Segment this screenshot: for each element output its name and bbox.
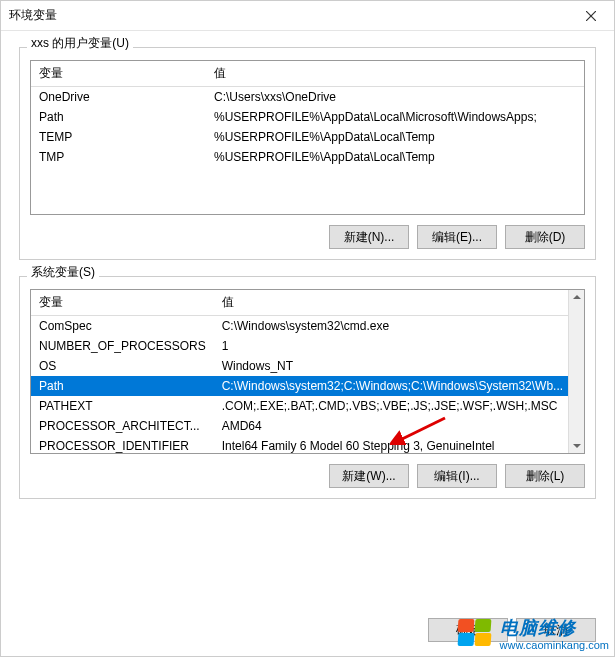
user-vars-label: xxs 的用户变量(U)	[27, 35, 133, 52]
sys-col-value[interactable]: 值	[214, 290, 584, 316]
table-row[interactable]: PROCESSOR_IDENTIFIERIntel64 Family 6 Mod…	[31, 436, 584, 454]
sys-scrollbar[interactable]	[568, 290, 584, 453]
env-vars-window: 环境变量 xxs 的用户变量(U) 变量 值	[0, 0, 615, 657]
table-row[interactable]: NUMBER_OF_PROCESSORS1	[31, 336, 584, 356]
table-row[interactable]: OSWindows_NT	[31, 356, 584, 376]
table-row[interactable]: TMP%USERPROFILE%\AppData\Local\Temp	[31, 147, 584, 167]
cancel-button[interactable]: 取消	[516, 618, 596, 642]
sys-vars-group: 系统变量(S) 变量 值 ComSpecC:\Windows\system32\…	[19, 272, 596, 499]
dialog-footer: 确定 取消	[1, 608, 614, 656]
table-row[interactable]: TEMP%USERPROFILE%\AppData\Local\Temp	[31, 127, 584, 147]
table-row-selected[interactable]: PathC:\Windows\system32;C:\Windows;C:\Wi…	[31, 376, 584, 396]
sys-buttons: 新建(W)... 编辑(I)... 删除(L)	[30, 464, 585, 488]
user-vars-table-wrap: 变量 值 OneDriveC:\Users\xxs\OneDrive Path%…	[30, 60, 585, 215]
sys-vars-label: 系统变量(S)	[27, 264, 99, 281]
window-title: 环境变量	[9, 7, 576, 24]
table-row[interactable]: ComSpecC:\Windows\system32\cmd.exe	[31, 316, 584, 337]
user-delete-button[interactable]: 删除(D)	[505, 225, 585, 249]
table-row[interactable]: OneDriveC:\Users\xxs\OneDrive	[31, 87, 584, 108]
user-col-value[interactable]: 值	[206, 61, 584, 87]
ok-button[interactable]: 确定	[428, 618, 508, 642]
table-row[interactable]: PROCESSOR_ARCHITECT...AMD64	[31, 416, 584, 436]
user-col-name[interactable]: 变量	[31, 61, 206, 87]
user-new-button[interactable]: 新建(N)...	[329, 225, 409, 249]
user-buttons: 新建(N)... 编辑(E)... 删除(D)	[30, 225, 585, 249]
user-vars-table[interactable]: 变量 值 OneDriveC:\Users\xxs\OneDrive Path%…	[31, 61, 584, 167]
close-icon	[586, 11, 596, 21]
sys-col-name[interactable]: 变量	[31, 290, 214, 316]
user-vars-group: xxs 的用户变量(U) 变量 值 OneDriveC:\Users\xxs\O…	[19, 43, 596, 260]
sys-delete-button[interactable]: 删除(L)	[505, 464, 585, 488]
sys-vars-table[interactable]: 变量 值 ComSpecC:\Windows\system32\cmd.exe …	[31, 290, 584, 454]
sys-vars-table-wrap: 变量 值 ComSpecC:\Windows\system32\cmd.exe …	[30, 289, 585, 454]
content-area: xxs 的用户变量(U) 变量 值 OneDriveC:\Users\xxs\O…	[1, 31, 614, 608]
table-row[interactable]: PATHEXT.COM;.EXE;.BAT;.CMD;.VBS;.VBE;.JS…	[31, 396, 584, 416]
titlebar: 环境变量	[1, 1, 614, 31]
table-row[interactable]: Path%USERPROFILE%\AppData\Local\Microsof…	[31, 107, 584, 127]
sys-edit-button[interactable]: 编辑(I)...	[417, 464, 497, 488]
close-button[interactable]	[576, 4, 606, 28]
user-edit-button[interactable]: 编辑(E)...	[417, 225, 497, 249]
sys-new-button[interactable]: 新建(W)...	[329, 464, 409, 488]
